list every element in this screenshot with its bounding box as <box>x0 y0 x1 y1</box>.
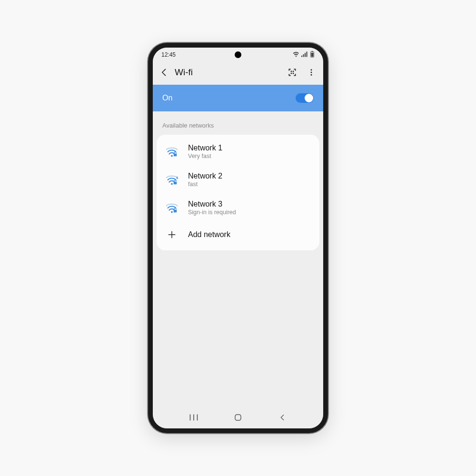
home-icon <box>234 413 242 422</box>
wifi-toggle-bar[interactable]: On <box>153 85 323 111</box>
network-text: Network 1 Very fast <box>188 144 222 159</box>
svg-rect-24 <box>235 415 241 420</box>
home-button[interactable] <box>232 412 244 423</box>
network-name: Network 3 <box>188 200 236 208</box>
chevron-left-icon <box>159 68 169 77</box>
network-status: fast <box>188 181 222 188</box>
svg-point-11 <box>311 69 312 70</box>
page-title: Wi-fi <box>175 67 282 78</box>
svg-rect-2 <box>305 53 306 57</box>
recents-button[interactable] <box>188 412 199 423</box>
svg-point-19 <box>171 211 173 213</box>
svg-point-14 <box>171 155 173 157</box>
nav-back-button[interactable] <box>277 412 288 423</box>
svg-rect-9 <box>291 73 292 74</box>
svg-point-13 <box>311 74 312 76</box>
svg-rect-15 <box>174 153 177 156</box>
screen: 12:45 Wi-fi <box>153 48 323 428</box>
navigation-bar <box>153 407 323 428</box>
more-options-button[interactable] <box>306 67 317 78</box>
status-right <box>293 51 315 59</box>
svg-rect-7 <box>291 71 292 72</box>
wifi-6-secured-icon: 6 <box>165 173 178 187</box>
header-actions <box>287 67 317 78</box>
qr-code-icon <box>288 68 297 77</box>
phone-frame: 12:45 Wi-fi <box>148 43 328 433</box>
svg-rect-20 <box>174 209 177 212</box>
wifi-secured-icon <box>165 145 178 159</box>
network-name: Network 2 <box>188 172 222 180</box>
status-time: 12:45 <box>161 51 176 58</box>
toggle-label: On <box>162 94 172 102</box>
svg-text:6: 6 <box>176 176 178 180</box>
signal-icon <box>301 51 308 59</box>
chevron-left-icon <box>278 414 286 421</box>
more-vertical-icon <box>307 68 316 77</box>
network-status: Sign-in is required <box>188 209 236 216</box>
back-button[interactable] <box>159 67 170 78</box>
add-label: Add network <box>188 230 230 239</box>
svg-rect-6 <box>311 52 314 57</box>
network-text: Network 2 fast <box>188 172 222 188</box>
svg-rect-8 <box>293 71 294 72</box>
svg-rect-17 <box>174 181 177 184</box>
add-network-button[interactable]: Add network <box>157 222 319 248</box>
network-name: Network 1 <box>188 144 222 152</box>
network-item-3[interactable]: Network 3 Sign-in is required <box>157 194 319 222</box>
svg-rect-1 <box>303 54 304 57</box>
network-status: Very fast <box>188 153 222 159</box>
network-text: Network 3 Sign-in is required <box>188 200 236 216</box>
network-item-2[interactable]: 6 Network 2 fast <box>157 166 319 194</box>
svg-rect-0 <box>301 55 302 57</box>
section-header: Available networks <box>153 111 323 135</box>
svg-point-12 <box>311 72 312 73</box>
wifi-secured-icon <box>165 201 178 215</box>
front-camera <box>235 51 241 58</box>
svg-point-16 <box>171 183 173 185</box>
recents-icon <box>189 414 198 421</box>
networks-card: Network 1 Very fast 6 <box>157 135 319 250</box>
plus-icon <box>165 228 178 241</box>
header: Wi-fi <box>153 62 323 85</box>
network-item-1[interactable]: Network 1 Very fast <box>157 138 319 166</box>
wifi-switch[interactable] <box>296 93 314 103</box>
battery-icon <box>310 51 315 59</box>
qr-scan-button[interactable] <box>287 67 298 78</box>
wifi-status-icon <box>293 51 299 59</box>
svg-rect-3 <box>307 51 307 57</box>
svg-rect-10 <box>293 73 294 74</box>
